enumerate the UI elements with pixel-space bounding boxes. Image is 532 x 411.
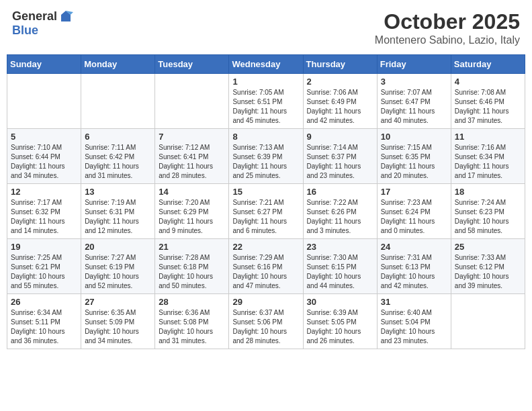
calendar-cell: 2Sunrise: 7:06 AMSunset: 6:49 PMDaylight…: [303, 74, 377, 129]
calendar-week-row: 19Sunrise: 7:25 AMSunset: 6:21 PMDayligh…: [7, 239, 525, 294]
calendar-cell: 13Sunrise: 7:19 AMSunset: 6:31 PMDayligh…: [81, 184, 155, 239]
calendar-cell: 24Sunrise: 7:31 AMSunset: 6:13 PMDayligh…: [377, 239, 451, 294]
day-info: Sunrise: 7:16 AMSunset: 6:34 PMDaylight:…: [455, 143, 521, 181]
day-number: 17: [381, 187, 447, 197]
day-number: 11: [455, 132, 521, 142]
logo-blue-text: Blue: [12, 24, 73, 38]
day-info: Sunrise: 6:37 AMSunset: 5:06 PMDaylight:…: [232, 308, 299, 346]
calendar-cell: 28Sunrise: 6:36 AMSunset: 5:08 PMDayligh…: [155, 294, 229, 349]
weekday-header: Thursday: [303, 55, 377, 74]
day-info: Sunrise: 7:33 AMSunset: 6:12 PMDaylight:…: [455, 253, 521, 291]
month-title: October 2025: [375, 9, 520, 34]
day-info: Sunrise: 6:35 AMSunset: 5:09 PMDaylight:…: [85, 308, 151, 346]
calendar-cell: 7Sunrise: 7:12 AMSunset: 6:41 PMDaylight…: [155, 129, 229, 184]
calendar-cell: 21Sunrise: 7:28 AMSunset: 6:18 PMDayligh…: [155, 239, 229, 294]
calendar-cell: 31Sunrise: 6:40 AMSunset: 5:04 PMDayligh…: [377, 294, 451, 349]
day-info: Sunrise: 7:07 AMSunset: 6:47 PMDaylight:…: [381, 88, 447, 126]
day-info: Sunrise: 7:15 AMSunset: 6:35 PMDaylight:…: [381, 143, 447, 181]
calendar-cell: 9Sunrise: 7:14 AMSunset: 6:37 PMDaylight…: [303, 129, 377, 184]
day-number: 27: [85, 297, 151, 307]
day-info: Sunrise: 7:19 AMSunset: 6:31 PMDaylight:…: [85, 198, 151, 236]
day-number: 30: [307, 297, 373, 307]
calendar-cell: 26Sunrise: 6:34 AMSunset: 5:11 PMDayligh…: [7, 294, 81, 349]
day-info: Sunrise: 7:05 AMSunset: 6:51 PMDaylight:…: [232, 88, 299, 126]
calendar-cell: 11Sunrise: 7:16 AMSunset: 6:34 PMDayligh…: [451, 129, 525, 184]
day-number: 4: [455, 77, 521, 87]
calendar-cell: 16Sunrise: 7:22 AMSunset: 6:26 PMDayligh…: [303, 184, 377, 239]
calendar-cell: 3Sunrise: 7:07 AMSunset: 6:47 PMDaylight…: [377, 74, 451, 129]
weekday-header: Sunday: [7, 55, 81, 74]
calendar-header-row: SundayMondayTuesdayWednesdayThursdayFrid…: [7, 55, 525, 74]
calendar-cell: 17Sunrise: 7:23 AMSunset: 6:24 PMDayligh…: [377, 184, 451, 239]
day-info: Sunrise: 7:08 AMSunset: 6:46 PMDaylight:…: [455, 88, 521, 126]
day-info: Sunrise: 7:13 AMSunset: 6:39 PMDaylight:…: [232, 143, 299, 181]
day-info: Sunrise: 7:31 AMSunset: 6:13 PMDaylight:…: [381, 253, 447, 291]
day-number: 19: [11, 242, 77, 252]
day-number: 15: [232, 187, 299, 197]
day-info: Sunrise: 7:20 AMSunset: 6:29 PMDaylight:…: [159, 198, 225, 236]
calendar-cell: 15Sunrise: 7:21 AMSunset: 6:27 PMDayligh…: [229, 184, 303, 239]
day-info: Sunrise: 6:40 AMSunset: 5:04 PMDaylight:…: [381, 308, 447, 346]
weekday-header: Tuesday: [155, 55, 229, 74]
day-number: 21: [159, 242, 225, 252]
weekday-header: Monday: [81, 55, 155, 74]
day-number: 10: [381, 132, 447, 142]
calendar-cell: 1Sunrise: 7:05 AMSunset: 6:51 PMDaylight…: [229, 74, 303, 129]
day-info: Sunrise: 7:11 AMSunset: 6:42 PMDaylight:…: [85, 143, 151, 181]
calendar-week-row: 26Sunrise: 6:34 AMSunset: 5:11 PMDayligh…: [7, 294, 525, 349]
day-number: 16: [307, 187, 373, 197]
day-number: 29: [232, 297, 299, 307]
calendar-cell: [155, 74, 229, 129]
day-info: Sunrise: 7:24 AMSunset: 6:23 PMDaylight:…: [455, 198, 521, 236]
calendar-cell: 30Sunrise: 6:39 AMSunset: 5:05 PMDayligh…: [303, 294, 377, 349]
day-info: Sunrise: 7:25 AMSunset: 6:21 PMDaylight:…: [11, 253, 77, 291]
day-info: Sunrise: 7:14 AMSunset: 6:37 PMDaylight:…: [307, 143, 373, 181]
day-number: 1: [232, 77, 299, 87]
day-number: 13: [85, 187, 151, 197]
calendar-cell: 27Sunrise: 6:35 AMSunset: 5:09 PMDayligh…: [81, 294, 155, 349]
page-header: General Blue October 2025 Montenero Sabi…: [7, 7, 525, 49]
calendar-cell: 6Sunrise: 7:11 AMSunset: 6:42 PMDaylight…: [81, 129, 155, 184]
day-info: Sunrise: 6:34 AMSunset: 5:11 PMDaylight:…: [11, 308, 77, 346]
calendar-table: SundayMondayTuesdayWednesdayThursdayFrid…: [7, 54, 525, 349]
calendar-cell: 25Sunrise: 7:33 AMSunset: 6:12 PMDayligh…: [451, 239, 525, 294]
day-info: Sunrise: 7:22 AMSunset: 6:26 PMDaylight:…: [307, 198, 373, 236]
calendar-cell: 20Sunrise: 7:27 AMSunset: 6:19 PMDayligh…: [81, 239, 155, 294]
weekday-header: Wednesday: [229, 55, 303, 74]
day-number: 9: [307, 132, 373, 142]
weekday-header: Saturday: [451, 55, 525, 74]
day-info: Sunrise: 6:39 AMSunset: 5:05 PMDaylight:…: [307, 308, 373, 346]
day-info: Sunrise: 7:23 AMSunset: 6:24 PMDaylight:…: [381, 198, 447, 236]
weekday-header: Friday: [377, 55, 451, 74]
calendar-week-row: 1Sunrise: 7:05 AMSunset: 6:51 PMDaylight…: [7, 74, 525, 129]
calendar-cell: 12Sunrise: 7:17 AMSunset: 6:32 PMDayligh…: [7, 184, 81, 239]
day-info: Sunrise: 7:29 AMSunset: 6:16 PMDaylight:…: [232, 253, 299, 291]
day-number: 20: [85, 242, 151, 252]
calendar-week-row: 12Sunrise: 7:17 AMSunset: 6:32 PMDayligh…: [7, 184, 525, 239]
day-info: Sunrise: 7:27 AMSunset: 6:19 PMDaylight:…: [85, 253, 151, 291]
calendar-cell: 14Sunrise: 7:20 AMSunset: 6:29 PMDayligh…: [155, 184, 229, 239]
day-number: 28: [159, 297, 225, 307]
day-number: 2: [307, 77, 373, 87]
calendar-cell: 29Sunrise: 6:37 AMSunset: 5:06 PMDayligh…: [229, 294, 303, 349]
logo: General Blue: [12, 9, 73, 38]
day-number: 6: [85, 132, 151, 142]
logo-icon: [58, 9, 73, 24]
calendar-cell: 10Sunrise: 7:15 AMSunset: 6:35 PMDayligh…: [377, 129, 451, 184]
calendar-cell: [451, 294, 525, 349]
day-number: 5: [11, 132, 77, 142]
calendar-cell: [7, 74, 81, 129]
calendar-cell: 8Sunrise: 7:13 AMSunset: 6:39 PMDaylight…: [229, 129, 303, 184]
day-number: 12: [11, 187, 77, 197]
calendar-cell: 18Sunrise: 7:24 AMSunset: 6:23 PMDayligh…: [451, 184, 525, 239]
day-info: Sunrise: 7:30 AMSunset: 6:15 PMDaylight:…: [307, 253, 373, 291]
day-number: 25: [455, 242, 521, 252]
title-area: October 2025 Montenero Sabino, Lazio, It…: [375, 9, 520, 46]
calendar-week-row: 5Sunrise: 7:10 AMSunset: 6:44 PMDaylight…: [7, 129, 525, 184]
day-info: Sunrise: 7:06 AMSunset: 6:49 PMDaylight:…: [307, 88, 373, 126]
day-info: Sunrise: 7:12 AMSunset: 6:41 PMDaylight:…: [159, 143, 225, 181]
day-info: Sunrise: 7:10 AMSunset: 6:44 PMDaylight:…: [11, 143, 77, 181]
day-info: Sunrise: 7:21 AMSunset: 6:27 PMDaylight:…: [232, 198, 299, 236]
day-number: 26: [11, 297, 77, 307]
calendar-cell: 19Sunrise: 7:25 AMSunset: 6:21 PMDayligh…: [7, 239, 81, 294]
